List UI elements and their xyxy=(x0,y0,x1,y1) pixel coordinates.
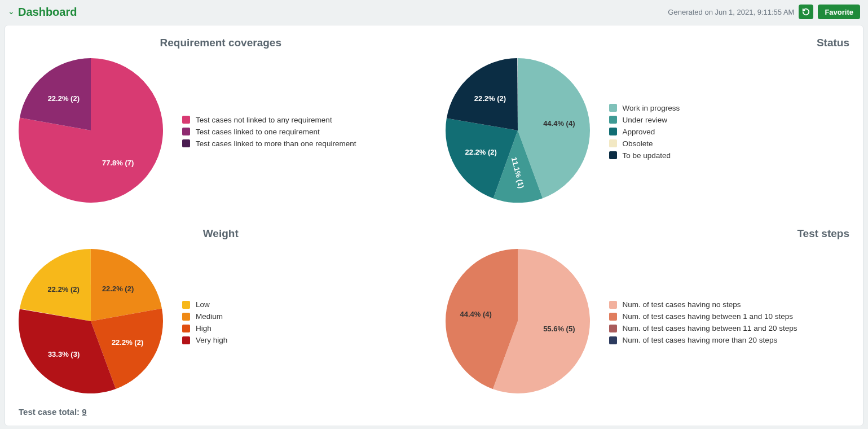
chart-legend: Num. of test cases having no stepsNum. o… xyxy=(609,300,797,344)
pie-slice[interactable] xyxy=(20,249,91,321)
legend-item[interactable]: Test cases linked to one requirement xyxy=(182,128,356,136)
legend-swatch xyxy=(182,301,190,309)
chart-legend: Work in progressUnder reviewApprovedObso… xyxy=(609,104,680,160)
legend-item[interactable]: Medium xyxy=(182,312,227,321)
legend-item[interactable]: Low xyxy=(182,300,227,309)
legend-label: Num. of test cases having between 1 and … xyxy=(623,312,793,321)
legend-swatch xyxy=(609,336,617,344)
legend-swatch xyxy=(182,336,190,344)
legend-item[interactable]: Under review xyxy=(609,116,680,124)
header-right: Generated on Jun 1, 2021, 9:11:55 AM Fav… xyxy=(668,5,860,19)
chart-title: Status xyxy=(446,37,850,49)
legend-swatch xyxy=(182,116,190,124)
legend-swatch xyxy=(182,313,190,321)
favorite-button[interactable]: Favorite xyxy=(818,5,860,19)
refresh-button[interactable] xyxy=(799,5,813,19)
legend-swatch xyxy=(182,139,190,147)
legend-item[interactable]: Approved xyxy=(609,128,680,136)
legend-label: Test cases not linked to any requirement xyxy=(196,116,332,124)
total-value[interactable]: 9 xyxy=(82,407,86,417)
legend-swatch xyxy=(182,128,190,135)
pie-chart: 55.6% (5)44.4% (4) xyxy=(446,249,592,396)
legend-swatch xyxy=(609,301,617,309)
pie-chart: 44.4% (4)11.1% (1)22.2% (2)22.2% (2) xyxy=(446,58,592,205)
legend-label: Test cases linked to more than one requi… xyxy=(196,139,356,148)
dashboard-header: ⌄ Dashboard Generated on Jun 1, 2021, 9:… xyxy=(0,0,868,21)
charts-grid: Requirement coverages77.8% (7)22.2% (2)T… xyxy=(19,37,849,396)
chart-cell: Requirement coverages77.8% (7)22.2% (2)T… xyxy=(19,37,423,205)
legend-swatch xyxy=(609,128,617,135)
legend-label: Approved xyxy=(623,128,655,136)
header-left: ⌄ Dashboard xyxy=(8,6,77,19)
legend-swatch xyxy=(182,325,190,332)
legend-item[interactable]: Test cases linked to more than one requi… xyxy=(182,139,356,148)
chart-row: 77.8% (7)22.2% (2)Test cases not linked … xyxy=(19,58,423,205)
pie-chart: 22.2% (2)22.2% (2)22.2% (2)33.3% (3) xyxy=(19,249,165,396)
legend-item[interactable]: Num. of test cases having between 1 and … xyxy=(609,312,797,321)
legend-label: Low xyxy=(196,300,210,309)
legend-label: Num. of test cases having between 11 and… xyxy=(623,324,797,332)
refresh-icon xyxy=(802,8,810,16)
chart-cell: Test steps55.6% (5)44.4% (4)Num. of test… xyxy=(446,227,850,396)
legend-item[interactable]: Very high xyxy=(182,336,227,344)
legend-label: Obsolete xyxy=(623,139,653,148)
pie-slice[interactable] xyxy=(20,58,91,130)
legend-label: Under review xyxy=(623,116,668,124)
total-label: Test case total: xyxy=(19,407,82,417)
legend-item[interactable]: Work in progress xyxy=(609,104,680,112)
legend-item[interactable]: To be updated xyxy=(609,151,680,160)
legend-swatch xyxy=(609,151,617,159)
chart-title: Test steps xyxy=(446,227,850,240)
dashboard-panel: Requirement coverages77.8% (7)22.2% (2)T… xyxy=(5,25,863,426)
chart-legend: LowMediumHighVery high xyxy=(182,300,227,344)
legend-swatch xyxy=(609,116,617,124)
test-case-total: Test case total: 9 xyxy=(19,407,849,417)
legend-item[interactable]: Num. of test cases having between 11 and… xyxy=(609,324,797,332)
legend-swatch xyxy=(609,104,617,112)
pie-slice[interactable] xyxy=(446,58,517,130)
legend-item[interactable]: Test cases not linked to any requirement xyxy=(182,116,356,124)
legend-swatch xyxy=(609,139,617,147)
legend-swatch xyxy=(609,313,617,321)
legend-label: Num. of test cases having no steps xyxy=(623,300,741,309)
chart-cell: Weight22.2% (2)22.2% (2)22.2% (2)33.3% (… xyxy=(19,227,423,396)
legend-label: To be updated xyxy=(623,151,671,160)
pie-slice[interactable] xyxy=(91,249,162,321)
legend-label: Test cases linked to one requirement xyxy=(196,128,320,136)
chevron-down-icon[interactable]: ⌄ xyxy=(8,7,15,16)
page-title: Dashboard xyxy=(18,6,77,19)
legend-swatch xyxy=(609,325,617,332)
chart-cell: Status44.4% (4)11.1% (1)22.2% (2)22.2% (… xyxy=(446,37,850,205)
pie-chart: 77.8% (7)22.2% (2) xyxy=(19,58,165,205)
chart-row: 22.2% (2)22.2% (2)22.2% (2)33.3% (3)LowM… xyxy=(19,249,423,396)
chart-title: Requirement coverages xyxy=(19,37,423,49)
chart-row: 55.6% (5)44.4% (4)Num. of test cases hav… xyxy=(446,249,850,396)
legend-label: Work in progress xyxy=(623,104,680,112)
chart-row: 44.4% (4)11.1% (1)22.2% (2)22.2% (2)Work… xyxy=(446,58,850,205)
chart-title: Weight xyxy=(19,227,423,240)
legend-label: Medium xyxy=(196,312,223,321)
legend-label: Very high xyxy=(196,336,227,344)
chart-legend: Test cases not linked to any requirement… xyxy=(182,116,356,148)
legend-item[interactable]: Num. of test cases having more than 20 s… xyxy=(609,336,797,344)
legend-item[interactable]: Num. of test cases having no steps xyxy=(609,300,797,309)
legend-item[interactable]: Obsolete xyxy=(609,139,680,148)
generated-timestamp: Generated on Jun 1, 2021, 9:11:55 AM xyxy=(668,8,794,16)
legend-label: High xyxy=(196,324,212,332)
legend-item[interactable]: High xyxy=(182,324,227,332)
legend-label: Num. of test cases having more than 20 s… xyxy=(623,336,778,344)
